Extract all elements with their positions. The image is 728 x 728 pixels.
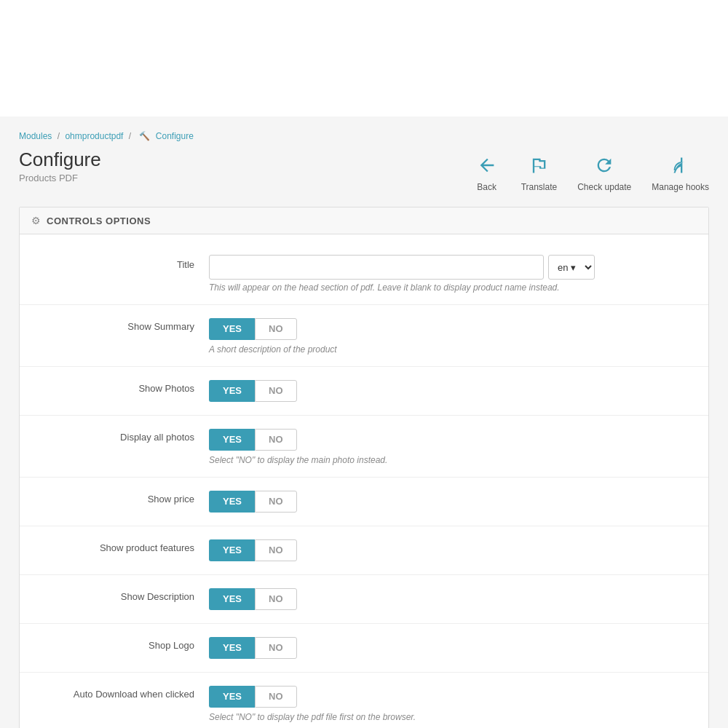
title-input-wrap: en ▾ fr de: [209, 255, 694, 280]
toggle-show-summary-no[interactable]: NO: [255, 318, 297, 340]
label-show-summary: Show Summary: [20, 317, 209, 332]
label-auto-download: Auto Download when clicked: [20, 684, 209, 700]
toggle-show-product-features: YES NO: [209, 538, 694, 563]
toggle-show-price-no[interactable]: NO: [255, 491, 297, 513]
label-show-photos: Show Photos: [20, 379, 209, 394]
page-title: Configure: [19, 149, 101, 171]
title-input[interactable]: [209, 255, 544, 280]
manage-hooks-icon: [667, 151, 695, 179]
translate-icon: [525, 151, 553, 179]
toggle-show-price: YES NO: [209, 489, 694, 514]
control-show-photos: YES NO: [209, 379, 694, 403]
toggle-show-product-features-yes[interactable]: YES: [209, 539, 255, 561]
field-show-description: Show Description YES NO: [20, 581, 708, 617]
field-show-product-features: Show product features YES NO: [20, 532, 708, 569]
label-shop-logo: Shop Logo: [20, 636, 209, 651]
page-subtitle: Products PDF: [19, 173, 101, 183]
label-show-price: Show price: [20, 489, 209, 505]
toggle-display-all-photos-yes[interactable]: YES: [209, 429, 255, 451]
breadcrumb-sep-1: /: [58, 131, 60, 141]
toggle-show-summary-yes[interactable]: YES: [209, 318, 255, 340]
breadcrumb-sep-2: /: [129, 131, 131, 141]
control-show-description: YES NO: [209, 587, 694, 612]
back-label: Back: [477, 182, 496, 192]
toggle-display-all-photos: YES NO: [209, 427, 694, 452]
panel-body: Title en ▾ fr de This will appear on the…: [20, 234, 708, 728]
page-title-block: Configure Products PDF: [19, 149, 101, 183]
toggle-show-photos-yes[interactable]: YES: [209, 380, 255, 402]
title-help: This will appear on the head section of …: [209, 282, 694, 293]
label-title: Title: [20, 255, 209, 270]
toggle-show-summary: YES NO: [209, 317, 694, 341]
display-all-photos-help: Select "NO" to display the main photo in…: [209, 455, 694, 465]
back-icon: [473, 151, 501, 179]
label-display-all-photos: Display all photos: [20, 427, 209, 443]
control-show-product-features: YES NO: [209, 538, 694, 563]
toggle-display-all-photos-no[interactable]: NO: [255, 429, 297, 451]
field-auto-download: Auto Download when clicked YES NO Select…: [20, 678, 708, 728]
toggle-shop-logo-yes[interactable]: YES: [209, 637, 255, 659]
toggle-auto-download: YES NO: [209, 684, 694, 709]
back-button[interactable]: Back: [473, 151, 501, 192]
page-wrapper: Modules / ohmproductpdf / 🔨 Configure Co…: [0, 0, 728, 728]
breadcrumb-section: Modules / ohmproductpdf / 🔨 Configure: [19, 116, 709, 144]
content-area: Modules / ohmproductpdf / 🔨 Configure Co…: [7, 116, 721, 728]
panel-title: CONTROLS OPTIONS: [47, 215, 151, 226]
panel-header: ⚙ CONTROLS OPTIONS: [20, 207, 708, 234]
control-show-summary: YES NO A short description of the produc…: [209, 317, 694, 355]
manage-hooks-label: Manage hooks: [652, 182, 709, 192]
field-title: Title en ▾ fr de This will appear on the…: [20, 249, 708, 298]
toggle-show-description-no[interactable]: NO: [255, 588, 297, 610]
translate-label: Translate: [521, 182, 558, 192]
main-panel: ⚙ CONTROLS OPTIONS Title en ▾ fr de: [19, 207, 709, 728]
breadcrumb-configure[interactable]: Configure: [156, 131, 194, 141]
auto-download-help: Select "NO" to display the pdf file firs…: [209, 712, 694, 722]
control-auto-download: YES NO Select "NO" to display the pdf fi…: [209, 684, 694, 722]
control-show-price: YES NO: [209, 489, 694, 514]
breadcrumb-modules[interactable]: Modules: [19, 131, 52, 141]
toggle-auto-download-no[interactable]: NO: [255, 686, 297, 708]
breadcrumb: Modules / ohmproductpdf / 🔨 Configure: [19, 131, 194, 141]
page-header-row: Configure Products PDF Back: [19, 144, 709, 207]
label-show-product-features: Show product features: [20, 538, 209, 553]
toggle-auto-download-yes[interactable]: YES: [209, 686, 255, 708]
action-buttons: Back Translate: [473, 149, 709, 192]
field-show-price: Show price YES NO: [20, 483, 708, 520]
toggle-show-photos: YES NO: [209, 379, 694, 403]
show-summary-help: A short description of the product: [209, 344, 694, 355]
label-show-description: Show Description: [20, 587, 209, 602]
toggle-shop-logo: YES NO: [209, 636, 694, 660]
field-display-all-photos: Display all photos YES NO Select "NO" to…: [20, 422, 708, 471]
control-display-all-photos: YES NO Select "NO" to display the main p…: [209, 427, 694, 465]
check-update-button[interactable]: Check update: [577, 151, 631, 192]
toggle-show-price-yes[interactable]: YES: [209, 491, 255, 513]
field-show-photos: Show Photos YES NO: [20, 373, 708, 409]
field-shop-logo: Shop Logo YES NO: [20, 630, 708, 666]
field-show-summary: Show Summary YES NO A short description …: [20, 311, 708, 360]
control-title: en ▾ fr de This will appear on the head …: [209, 255, 694, 293]
breadcrumb-ohmproductpdf[interactable]: ohmproductpdf: [65, 131, 123, 141]
toggle-show-description: YES NO: [209, 587, 694, 612]
top-bar: [0, 0, 728, 116]
toggle-show-photos-no[interactable]: NO: [255, 380, 297, 402]
toggle-show-description-yes[interactable]: YES: [209, 588, 255, 610]
check-update-label: Check update: [577, 182, 631, 192]
control-shop-logo: YES NO: [209, 636, 694, 660]
check-update-icon: [590, 151, 618, 179]
settings-icon: ⚙: [31, 215, 41, 226]
toggle-shop-logo-no[interactable]: NO: [255, 637, 297, 659]
toggle-show-product-features-no[interactable]: NO: [255, 539, 297, 561]
manage-hooks-button[interactable]: Manage hooks: [652, 151, 709, 192]
lang-select[interactable]: en ▾ fr de: [548, 255, 595, 280]
translate-button[interactable]: Translate: [521, 151, 558, 192]
breadcrumb-icon-wrench: 🔨: [139, 131, 150, 141]
